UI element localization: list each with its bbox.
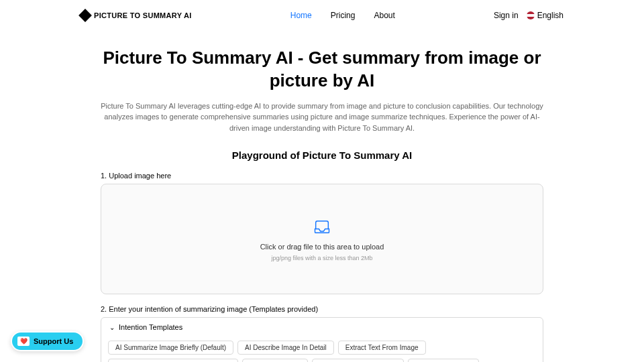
- language-selector[interactable]: English: [527, 11, 564, 20]
- upload-dropzone[interactable]: Click or drag file to this area to uploa…: [101, 184, 543, 294]
- template-btn[interactable]: AI Describe Image For Caption Or Title: [108, 359, 238, 362]
- templates-toggle[interactable]: ⌄ Intention Templates: [101, 318, 543, 337]
- chevron-down-icon: ⌄: [109, 324, 115, 331]
- nav-pricing[interactable]: Pricing: [331, 11, 356, 20]
- upload-hint: jpg/png files with a size less than 2Mb: [271, 255, 372, 261]
- kofi-icon: ❤️: [17, 337, 30, 346]
- step2-label: 2. Enter your intention of summarizing i…: [101, 305, 543, 313]
- template-btn[interactable]: Image To Prompt: [242, 359, 308, 362]
- upload-text: Click or drag file to this area to uploa…: [260, 243, 384, 251]
- playground-title: Playground of Picture To Summary AI: [101, 149, 543, 161]
- flag-icon: [527, 11, 535, 19]
- template-btn[interactable]: Extract Text From Image: [338, 341, 426, 355]
- template-btn[interactable]: AI Summarize Image Briefly (Default): [108, 341, 233, 355]
- templates-list: AI Summarize Image Briefly (Default) AI …: [101, 337, 543, 362]
- logo-icon: [78, 9, 92, 22]
- support-button[interactable]: ❤️ Support Us: [11, 331, 84, 351]
- page-title: Picture To Summary AI - Get summary from…: [101, 47, 543, 93]
- nav-about[interactable]: About: [374, 11, 394, 20]
- brand-name: PICTURE TO SUMMARY AI: [94, 11, 192, 19]
- main-nav: Home Pricing About: [290, 11, 395, 20]
- template-btn[interactable]: Generate Marketing Copy: [312, 359, 404, 362]
- templates-header-label: Intention Templates: [119, 323, 182, 331]
- language-label: English: [537, 11, 564, 20]
- template-btn[interactable]: Object Recognition: [408, 359, 480, 362]
- support-label: Support Us: [34, 337, 73, 345]
- brand-logo[interactable]: PICTURE TO SUMMARY AI: [80, 11, 192, 20]
- nav-home[interactable]: Home: [290, 11, 312, 20]
- inbox-icon: [313, 217, 331, 236]
- step1-label: 1. Upload image here: [101, 172, 543, 180]
- templates-panel: ⌄ Intention Templates AI Summarize Image…: [101, 317, 543, 362]
- page-subtitle: Picture To Summary AI leverages cutting-…: [101, 101, 543, 134]
- template-btn[interactable]: AI Describe Image In Detail: [237, 341, 334, 355]
- signin-link[interactable]: Sign in: [494, 11, 519, 20]
